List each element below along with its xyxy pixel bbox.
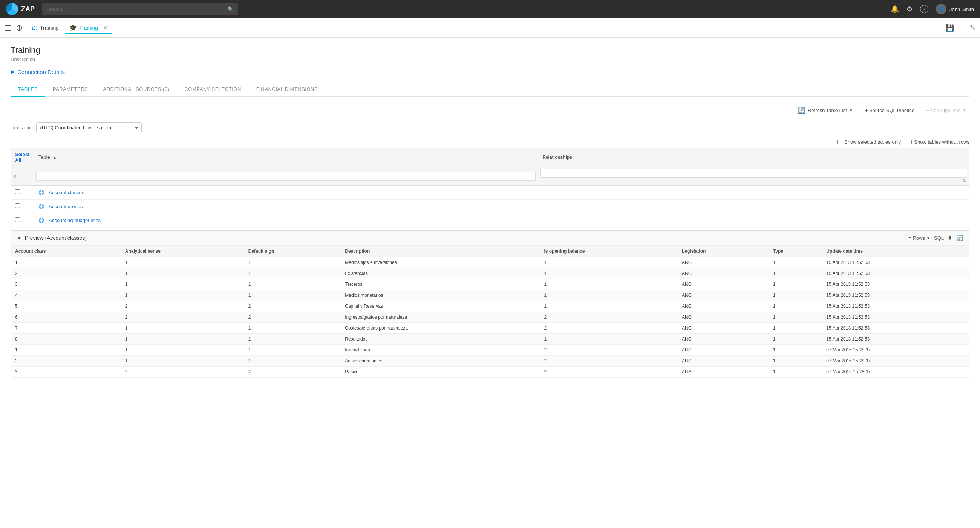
show-without-rows-label[interactable]: Show tables without rows bbox=[907, 139, 969, 145]
clear-filter-button[interactable]: ✕ bbox=[963, 178, 967, 183]
filter-table-cell bbox=[34, 167, 538, 185]
filter-row: ⧖ ✕ bbox=[11, 167, 969, 185]
preview-cell: 1 bbox=[121, 356, 244, 367]
preview-body: 111Medios fijos e inversiones1ANG115 Apr… bbox=[11, 257, 969, 378]
relationships-column-label: Relationships bbox=[542, 155, 572, 160]
preview-refresh-icon[interactable]: 🔄 bbox=[956, 234, 963, 241]
tab-financial-dimensions[interactable]: FINANCIAL DIMENSIONS bbox=[249, 83, 325, 97]
tables-table: Select All Table ▲ Relationships ⧖ bbox=[11, 148, 969, 227]
rows-button[interactable]: ≡ Rows ▼ bbox=[908, 235, 930, 241]
row-checkbox-cell bbox=[11, 199, 34, 214]
main-content: Training Description ▶ Connection Detail… bbox=[0, 38, 980, 528]
top-nav: ZAP 🔍 🔔 ⚙ ? 👤 John Smith bbox=[0, 0, 980, 18]
preview-cell: ANG bbox=[677, 257, 768, 268]
settings-icon[interactable]: ⚙ bbox=[907, 5, 913, 13]
preview-col-header: Description bbox=[340, 246, 539, 257]
preview-row: 411Medios monetarios1ANG115 Apr 2013 11:… bbox=[11, 290, 969, 301]
row-relationships bbox=[538, 214, 969, 227]
tab-additional-sources[interactable]: ADDITIONAL SOURCES (0) bbox=[96, 83, 177, 97]
rows-dropdown-icon: ▼ bbox=[926, 236, 930, 240]
connection-details-toggle[interactable]: ▶ Connection Details bbox=[11, 68, 969, 75]
preview-cell: 1 bbox=[244, 257, 341, 268]
preview-cell: 1 bbox=[768, 356, 822, 367]
source-sql-label: + Source SQL Pipeline bbox=[865, 107, 915, 113]
tabs-bar: ☰ ⊕ 🗂 Training 🎓 Training ✕ 💾 ⋮ ✎ bbox=[0, 18, 980, 38]
avatar: 👤 bbox=[936, 4, 947, 14]
refresh-dropdown-icon: ▼ bbox=[849, 108, 853, 112]
preview-header-row: Account classAnalytical senseDefault sig… bbox=[11, 246, 969, 257]
new-button[interactable]: ⊕ bbox=[16, 23, 22, 33]
search-bar[interactable]: 🔍 bbox=[42, 3, 238, 15]
preview-cell: 2 bbox=[121, 367, 244, 378]
show-without-rows-checkbox[interactable] bbox=[907, 140, 912, 144]
show-selected-only-text: Show selected tables only bbox=[844, 139, 901, 145]
preview-cell: ANG bbox=[677, 279, 768, 290]
preview-cell: 1 bbox=[768, 323, 822, 334]
table-row-icon: ⟪⟫ bbox=[38, 189, 45, 195]
sidebar-tab-training[interactable]: 🗂 Training bbox=[27, 21, 63, 34]
preview-cell: ANG bbox=[677, 334, 768, 345]
preview-cell: 1 bbox=[539, 334, 677, 345]
tab-parameters[interactable]: PARAMETERS bbox=[45, 83, 96, 97]
filter-table-input[interactable] bbox=[36, 172, 536, 181]
preview-cell: Inmovilizado bbox=[340, 345, 539, 356]
preview-cell: ANG bbox=[677, 312, 768, 323]
save-button[interactable]: 💾 bbox=[946, 24, 954, 32]
preview-cell: 07 Mar 2016 15:28:37 bbox=[822, 356, 969, 367]
preview-cell: 1 bbox=[768, 301, 822, 312]
tab-tables[interactable]: TABLES bbox=[11, 83, 45, 97]
preview-cell: 1 bbox=[539, 257, 677, 268]
table-row-link[interactable]: Account classes bbox=[49, 190, 84, 195]
row-table-name: ⟪⟫ Accounting budget lines bbox=[34, 214, 538, 227]
preview-row: 711Costes/pérdidas por naturaleza2ANG115… bbox=[11, 323, 969, 334]
row-checkbox[interactable] bbox=[15, 217, 20, 222]
timezone-label: Time zone bbox=[11, 125, 32, 131]
timezone-select[interactable]: (UTC) Coordinated Universal Time (UTC-05… bbox=[36, 122, 142, 133]
preview-cell: 3 bbox=[11, 279, 121, 290]
source-sql-button[interactable]: + Source SQL Pipeline bbox=[862, 105, 918, 115]
preview-cell: 1 bbox=[244, 345, 341, 356]
preview-cell: 8 bbox=[11, 334, 121, 345]
help-icon[interactable]: ? bbox=[920, 5, 928, 13]
show-selected-only-checkbox[interactable] bbox=[837, 140, 842, 144]
sql-button[interactable]: SQL bbox=[934, 235, 944, 241]
preview-cell: 1 bbox=[768, 334, 822, 345]
hamburger-button[interactable]: ☰ bbox=[5, 23, 11, 32]
preview-row: 111Inmovilizado2AUS107 Mar 2016 15:28:37 bbox=[11, 345, 969, 356]
refresh-table-list-button[interactable]: 🔄 Refresh Table List ▼ bbox=[795, 104, 856, 116]
filter-rel-input[interactable] bbox=[540, 169, 967, 178]
preview-cell: 1 bbox=[11, 345, 121, 356]
th-select-all: Select All bbox=[11, 148, 34, 167]
select-all-link[interactable]: Select All bbox=[15, 152, 29, 163]
preview-panel: ▼ Preview (Account classes) ≡ Rows ▼ SQL… bbox=[11, 230, 969, 378]
tab-close-button[interactable]: ✕ bbox=[103, 25, 108, 31]
preview-cell: 1 bbox=[768, 345, 822, 356]
preview-cell: 1 bbox=[121, 279, 244, 290]
th-table[interactable]: Table ▲ bbox=[34, 148, 538, 167]
table-row-link[interactable]: Account groups bbox=[49, 204, 83, 209]
more-options-button[interactable]: ⋮ bbox=[959, 24, 965, 32]
download-icon[interactable]: ⬇ bbox=[948, 234, 953, 241]
preview-cell: 1 bbox=[121, 345, 244, 356]
row-checkbox[interactable] bbox=[15, 203, 20, 208]
active-tab-training[interactable]: 🎓 Training ✕ bbox=[65, 21, 112, 34]
user-area[interactable]: 👤 John Smith bbox=[936, 4, 974, 14]
preview-chevron-icon[interactable]: ▼ bbox=[17, 235, 22, 241]
preview-cell: 15 Apr 2013 11:52:53 bbox=[822, 257, 969, 268]
preview-cell: 1 bbox=[121, 290, 244, 301]
show-selected-only-label[interactable]: Show selected tables only bbox=[837, 139, 901, 145]
row-checkbox[interactable] bbox=[15, 189, 20, 194]
preview-table-wrap: Account classAnalytical senseDefault sig… bbox=[11, 246, 969, 378]
preview-header: ▼ Preview (Account classes) ≡ Rows ▼ SQL… bbox=[11, 231, 969, 246]
preview-col-header: Type bbox=[768, 246, 822, 257]
table-row-link[interactable]: Accounting budget lines bbox=[49, 218, 101, 223]
tab-company-selection[interactable]: COMPANY SELECTION bbox=[177, 83, 248, 97]
logo-text: ZAP bbox=[21, 5, 35, 13]
search-input[interactable] bbox=[47, 6, 224, 12]
preview-table: Account classAnalytical senseDefault sig… bbox=[11, 246, 969, 378]
edit-button[interactable]: ✎ bbox=[970, 24, 975, 32]
add-pipelines-button[interactable]: + Add Pipelines ▼ bbox=[923, 105, 969, 115]
preview-cell: Ingresos/gastos por naturaleza bbox=[340, 312, 539, 323]
bell-icon[interactable]: 🔔 bbox=[891, 5, 899, 13]
preview-row: 111Medios fijos e inversiones1ANG115 Apr… bbox=[11, 257, 969, 268]
